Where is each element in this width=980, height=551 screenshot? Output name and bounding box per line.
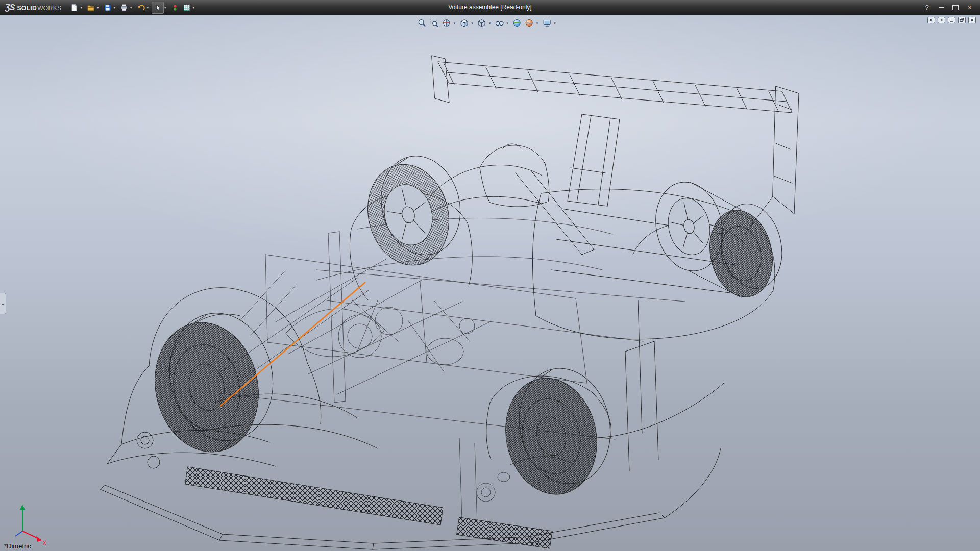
rear-left-wheel[interactable] [356,147,472,274]
radiator-grille[interactable] [185,467,552,548]
hide-show-glasses-icon [495,18,504,28]
new-document-dropdown[interactable]: ▾ [80,6,82,9]
edit-appearance-button[interactable] [511,17,523,29]
color-toggle-icon [171,4,179,12]
help-button[interactable]: ? [921,3,933,13]
feature-tree-collapse-tab[interactable]: ◀ [0,293,6,314]
orientation-triad[interactable]: X [15,505,46,546]
hide-show-dropdown[interactable]: ▾ [506,21,508,25]
section-view-dropdown[interactable]: ▾ [454,21,456,25]
brand-name-primary: SOLID [17,5,37,12]
rear-right-wheel[interactable] [648,176,791,303]
minimize-document-button[interactable] [948,17,955,23]
window-title: Voiture assemblee [Read-only] [448,0,531,15]
apply-scene-dropdown[interactable]: ▾ [536,21,538,25]
solidworks-window: { "titlebar": { "title": "Voiture assemb… [0,0,980,551]
save-dropdown[interactable]: ▾ [114,6,116,9]
collapse-right-pane-icon [938,17,945,23]
viewport-corner-controls [927,17,976,23]
triad-y-arrow [20,505,25,510]
rear-wing[interactable] [432,56,799,235]
minimize-document-icon [948,17,955,23]
undo-dropdown[interactable]: ▾ [147,6,149,9]
zoom-to-area-button[interactable] [429,17,440,29]
new-document-button[interactable] [68,2,80,13]
chassis-internals[interactable] [219,218,685,525]
hide-show-items-button[interactable] [494,17,505,29]
main-toolbar: ▾ ▾ ▾ ▾ ▾ [68,2,197,14]
zoom-to-fit-button[interactable] [416,17,428,29]
heads-up-view-toolbar: ▾ ▾ ▾ ▾ [413,16,561,30]
minimize-button[interactable] [935,3,947,13]
view-orientation-label: *Dimetric [4,542,31,550]
triad-x-label: X [43,540,46,546]
view-orientation-dropdown[interactable]: ▾ [471,21,473,25]
sketch-sheet-dropdown[interactable]: ▾ [193,6,195,9]
edit-appearance-icon [512,18,522,28]
undo-icon [137,4,145,12]
undo-button[interactable] [135,2,146,13]
collapse-right-pane-button[interactable] [938,17,945,23]
front-left-wheel[interactable] [142,304,286,462]
restore-document-button[interactable] [958,17,966,23]
display-style-icon [477,18,486,28]
model-canvas[interactable]: X [0,15,980,551]
triad-x-arrow [36,536,42,542]
apply-scene-button[interactable] [524,17,535,29]
view-orientation-icon [459,18,469,28]
close-document-button[interactable] [968,17,976,23]
maximize-icon [952,5,959,10]
minimize-icon [939,7,944,8]
close-button[interactable]: × [964,3,976,13]
zoom-to-area-icon [430,18,439,28]
view-settings-dropdown[interactable]: ▾ [554,21,556,25]
display-style-dropdown[interactable]: ▾ [489,21,491,25]
maximize-button[interactable] [949,3,962,13]
print-icon [120,4,128,12]
brand-name-secondary: WORKS [37,5,61,12]
save-icon [104,4,112,12]
close-document-icon [968,17,976,23]
print-dropdown[interactable]: ▾ [130,6,132,9]
display-style-button[interactable] [476,17,487,29]
section-view-icon [442,18,451,28]
triad-z-axis [15,531,22,536]
open-dropdown[interactable]: ▾ [97,6,99,9]
collapse-left-pane-icon [927,17,935,23]
print-button[interactable] [118,2,130,13]
select-cursor-icon [154,4,162,12]
select-dropdown[interactable]: ▾ [164,6,166,9]
restore-document-icon [958,17,966,23]
new-document-icon [70,4,78,12]
select-button[interactable] [152,2,164,14]
wireframe-car-model[interactable] [100,56,799,549]
solidworks-logo-icon: ƷS [5,3,14,12]
open-button[interactable] [85,2,96,13]
view-settings-icon [542,18,551,28]
color-toggle-button[interactable] [169,2,181,13]
sketch-sheet-icon [183,4,191,12]
title-bar: ƷS SOLID WORKS ▾ ▾ ▾ [0,0,980,15]
view-settings-button[interactable] [541,17,552,29]
collapse-left-pane-button[interactable] [927,17,935,23]
solidworks-brand: ƷS SOLID WORKS [0,3,68,12]
window-controls: ? × [921,3,980,13]
open-folder-icon [87,4,95,12]
zoom-to-fit-icon [418,18,427,28]
graphics-viewport[interactable]: X ▾ [0,15,980,551]
view-orientation-button[interactable] [458,17,470,29]
save-button[interactable] [102,2,113,13]
section-view-button[interactable] [441,17,452,29]
apply-scene-icon [525,18,534,28]
sketch-sheet-button[interactable] [181,2,192,13]
